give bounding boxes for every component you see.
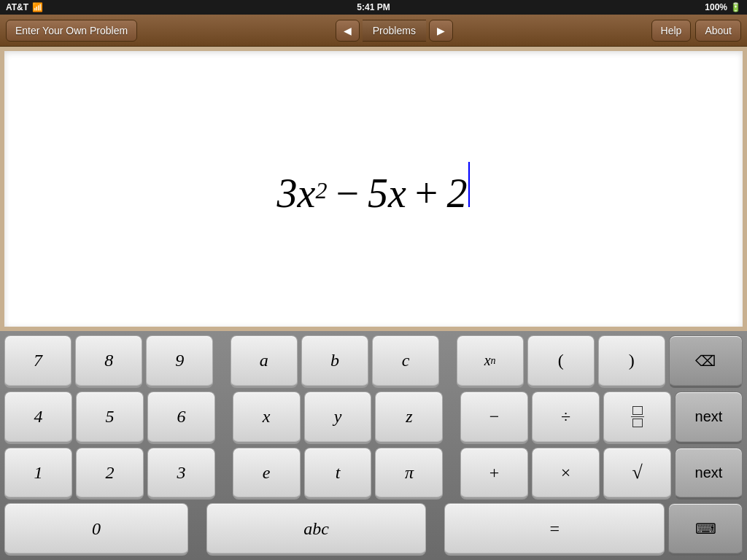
- minus-sign: −: [336, 170, 359, 217]
- toolbar-right: Help About: [651, 20, 741, 42]
- math-display: 3x2 − 5x + 2: [277, 162, 471, 217]
- key-plus[interactable]: +: [460, 448, 528, 500]
- key-1[interactable]: 1: [4, 448, 72, 500]
- status-left: AT&T 📶: [6, 2, 43, 12]
- key-t[interactable]: t: [304, 448, 372, 500]
- key-sqrt[interactable]: √: [603, 448, 671, 500]
- key-next[interactable]: next: [675, 392, 743, 444]
- key-row-1: 7 8 9 a b c xn ( ) ⌫: [4, 335, 743, 388]
- term-3: 2: [446, 170, 467, 217]
- about-button[interactable]: About: [695, 20, 741, 42]
- toolbar-center: ◀ Problems ▶: [336, 20, 453, 42]
- status-bar: AT&T 📶 5:41 PM 100% 🔋: [0, 0, 747, 15]
- key-divide[interactable]: ÷: [532, 392, 600, 444]
- key-z[interactable]: z: [375, 392, 443, 444]
- key-gap-6: [446, 448, 457, 500]
- key-e[interactable]: e: [233, 448, 301, 500]
- key-gap-3: [219, 392, 229, 444]
- key-gap-7: [192, 503, 203, 556]
- key-fraction[interactable]: [603, 392, 671, 444]
- key-row-2: 4 5 6 x y z − ÷ next: [4, 392, 743, 444]
- toolbar: Enter Your Own Problem ◀ Problems ▶ Help…: [0, 15, 747, 47]
- key-c[interactable]: c: [372, 335, 439, 388]
- plus-sign: +: [415, 170, 438, 217]
- key-gap-1: [217, 335, 227, 388]
- key-3[interactable]: 3: [147, 448, 215, 500]
- status-time: 5:41 PM: [357, 2, 390, 12]
- key-row-4: 0 abc = ⌨: [4, 503, 743, 556]
- text-cursor: [468, 162, 470, 207]
- prev-button[interactable]: ◀: [336, 20, 360, 42]
- problems-label: Problems: [363, 20, 426, 42]
- key-pi[interactable]: π: [375, 448, 443, 500]
- key-a[interactable]: a: [231, 335, 298, 388]
- next-button[interactable]: ▶: [429, 20, 453, 42]
- key-lparen[interactable]: (: [527, 335, 595, 388]
- wifi-icon: 📶: [32, 2, 43, 12]
- key-8[interactable]: 8: [75, 335, 142, 388]
- term-1: 3x2: [277, 170, 328, 217]
- key-next-2[interactable]: next: [675, 448, 743, 500]
- key-multiply[interactable]: ×: [532, 448, 600, 500]
- carrier-label: AT&T: [6, 2, 28, 12]
- key-9[interactable]: 9: [146, 335, 213, 388]
- key-backspace[interactable]: ⌫: [669, 335, 743, 388]
- key-abc[interactable]: abc: [206, 503, 427, 556]
- key-equals[interactable]: =: [444, 503, 665, 556]
- key-5[interactable]: 5: [76, 392, 144, 444]
- key-0[interactable]: 0: [4, 503, 188, 556]
- key-row-3: 1 2 3 e t π + × √ next: [4, 448, 743, 500]
- status-right: 100% 🔋: [705, 2, 741, 12]
- key-4[interactable]: 4: [4, 392, 72, 444]
- key-b[interactable]: b: [301, 335, 368, 388]
- key-xn[interactable]: xn: [457, 335, 524, 388]
- term-2: 5x: [368, 170, 406, 217]
- key-gap-5: [219, 448, 229, 500]
- battery-icon: 🔋: [730, 2, 741, 12]
- key-minus[interactable]: −: [460, 392, 528, 444]
- key-keyboard[interactable]: ⌨: [668, 503, 743, 556]
- toolbar-left: Enter Your Own Problem: [6, 20, 137, 42]
- key-6[interactable]: 6: [147, 392, 215, 444]
- battery-label: 100%: [705, 2, 727, 12]
- key-x[interactable]: x: [233, 392, 301, 444]
- key-gap-8: [430, 503, 441, 556]
- key-rparen[interactable]: ): [598, 335, 665, 388]
- key-y[interactable]: y: [304, 392, 372, 444]
- enter-problem-button[interactable]: Enter Your Own Problem: [6, 20, 137, 42]
- help-button[interactable]: Help: [651, 20, 692, 42]
- key-2[interactable]: 2: [76, 448, 144, 500]
- keyboard: 7 8 9 a b c xn ( ) ⌫ 4 5 6 x y z − ÷ nex…: [0, 331, 747, 560]
- math-input-area[interactable]: 3x2 − 5x + 2: [0, 47, 747, 331]
- key-gap-2: [443, 335, 453, 388]
- fraction-icon: [631, 406, 644, 427]
- key-7[interactable]: 7: [4, 335, 71, 388]
- key-gap-4: [446, 392, 457, 444]
